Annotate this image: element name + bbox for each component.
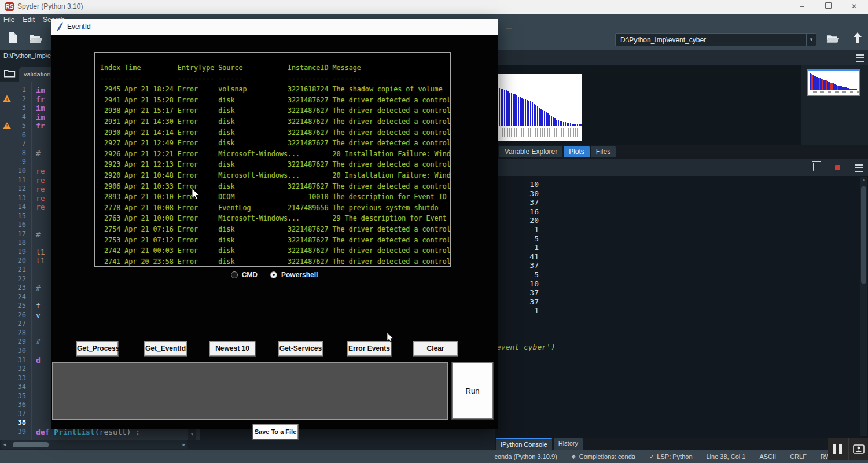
- scrollbar-thumb[interactable]: [13, 442, 49, 447]
- open-folder-icon[interactable]: [29, 34, 43, 43]
- editor-vertical-scrollbar[interactable]: ▾: [188, 429, 196, 440]
- code-line: fr: [36, 95, 45, 104]
- dialog-close-button[interactable]: ✕: [523, 19, 549, 35]
- console-pane-header: [495, 159, 868, 176]
- line-number: 24: [0, 293, 26, 302]
- bar: [504, 90, 505, 126]
- scroll-right-icon[interactable]: ▸: [182, 441, 185, 449]
- save-to-file-button[interactable]: Save To a File: [253, 424, 298, 439]
- scroll-up-icon[interactable]: ▴: [860, 177, 867, 182]
- warning-icon: !: [3, 95, 11, 103]
- line-number: 26: [0, 311, 26, 319]
- plots-thumbnail-strip: [801, 65, 868, 145]
- line-number: 23: [0, 284, 26, 292]
- bar: [549, 115, 550, 126]
- console-scrollbar[interactable]: ▴: [860, 177, 867, 436]
- bar: [573, 124, 575, 126]
- stop-kernel-icon[interactable]: [835, 165, 840, 170]
- line-number: 17: [0, 230, 26, 238]
- bar: [514, 94, 516, 126]
- radio-powershell[interactable]: Powershell: [270, 271, 318, 279]
- new-file-icon[interactable]: [8, 32, 18, 44]
- minimize-button[interactable]: –: [789, 0, 815, 13]
- scrollbar-thumb[interactable]: [861, 186, 866, 284]
- code-line: v: [36, 311, 41, 319]
- warning-icon: !: [3, 122, 11, 130]
- code-line: #: [36, 337, 41, 346]
- maximize-button[interactable]: [815, 0, 841, 13]
- bar: [554, 118, 556, 126]
- browse-directory-icon[interactable]: [826, 34, 840, 43]
- line-number: 20: [0, 256, 26, 265]
- get-eventid-button[interactable]: Get_EventId: [144, 341, 187, 356]
- radio-circle-icon: [231, 271, 238, 278]
- bar: [506, 90, 507, 126]
- line-number: 8: [0, 149, 26, 157]
- line-number: 14: [0, 203, 26, 211]
- bar: [580, 124, 582, 126]
- bar: [532, 102, 533, 126]
- tab-files[interactable]: Files: [591, 146, 616, 157]
- bar: [525, 99, 526, 126]
- restore-icon: [825, 2, 832, 9]
- pane-options-icon[interactable]: [856, 54, 864, 62]
- scroll-left-icon[interactable]: ◂: [3, 441, 6, 449]
- menu-file[interactable]: File: [3, 16, 14, 27]
- statusbar: conda (Python 3.10.9)❖Completions: conda…: [0, 450, 868, 463]
- code-line: im: [36, 113, 45, 122]
- close-button[interactable]: ✕: [841, 0, 867, 13]
- tab-history[interactable]: History: [554, 438, 583, 450]
- error-events-button[interactable]: Error Events: [347, 341, 391, 356]
- pause-icon: [833, 444, 836, 454]
- screenshot-button[interactable]: [848, 438, 868, 460]
- line-number: 35: [0, 392, 26, 400]
- line-number: 7: [0, 139, 26, 148]
- dialog-maximize-button[interactable]: [496, 19, 521, 35]
- code-line: l1: [36, 256, 45, 265]
- get-services-button[interactable]: Get-Services: [278, 341, 323, 356]
- status-conda-python-3-10-9-: conda (Python 3.10.9): [495, 453, 557, 460]
- thumbnail-axis: [810, 91, 859, 93]
- console-options-icon[interactable]: [855, 164, 863, 172]
- get-process-button[interactable]: Get_Process: [76, 341, 118, 356]
- radio-cmd[interactable]: CMD: [231, 271, 258, 279]
- working-directory-value: D:\Python_Imp\event_cyber: [620, 36, 706, 44]
- clear-button[interactable]: Clear: [413, 341, 458, 356]
- dialog-minimize-button[interactable]: –: [470, 19, 496, 35]
- line-number: 10: [0, 167, 26, 175]
- tk-feather-icon: [56, 22, 64, 32]
- menu-edit[interactable]: Edit: [23, 16, 35, 27]
- editor-horizontal-scrollbar[interactable]: ◂ ▸: [1, 440, 187, 449]
- command-textarea[interactable]: [52, 362, 448, 420]
- event-log-output[interactable]: Index Time EntryType Source InstanceID M…: [94, 52, 451, 267]
- bar: [577, 124, 578, 126]
- bar: [570, 123, 571, 126]
- code-line: #: [36, 149, 41, 157]
- tab-plots[interactable]: Plots: [564, 146, 590, 157]
- up-directory-icon[interactable]: [853, 32, 862, 43]
- bar: [544, 111, 545, 126]
- bar: [501, 89, 502, 126]
- browse-tabs-icon[interactable]: [4, 69, 16, 78]
- run-button[interactable]: Run: [452, 362, 493, 419]
- bar: [539, 108, 540, 126]
- plot-thumbnail-selected[interactable]: [807, 69, 860, 96]
- bar: [572, 124, 573, 126]
- dialog-titlebar[interactable]: EventId – ✕: [51, 19, 498, 35]
- bar: [511, 93, 512, 126]
- chevron-down-icon[interactable]: ▾: [806, 34, 816, 46]
- status-ascii: ASCII: [759, 453, 776, 460]
- mouse-cursor-2: [387, 332, 394, 343]
- tab-variable-explorer[interactable]: Variable Explorer: [499, 146, 562, 157]
- console-output: 10 30 37 16 20 1 5 1 41 37 5 10 37 37 1: [495, 180, 539, 315]
- code-line: re: [36, 185, 45, 193]
- trash-icon[interactable]: [813, 163, 821, 171]
- tab-ipython-console[interactable]: IPython Console: [496, 438, 552, 450]
- ipython-console[interactable]: 10 30 37 16 20 1 5 1 41 37 5 10 37 37 1 …: [495, 176, 868, 438]
- line-number: 19: [0, 248, 26, 256]
- event-log-text: Index Time EntryType Source InstanceID M…: [95, 53, 414, 267]
- pause-button[interactable]: [828, 438, 848, 460]
- working-directory-combo[interactable]: D:\Python_Imp\event_cyber ▾: [615, 33, 816, 46]
- bar: [542, 110, 543, 126]
- newest-10-button[interactable]: Newest 10: [209, 341, 255, 356]
